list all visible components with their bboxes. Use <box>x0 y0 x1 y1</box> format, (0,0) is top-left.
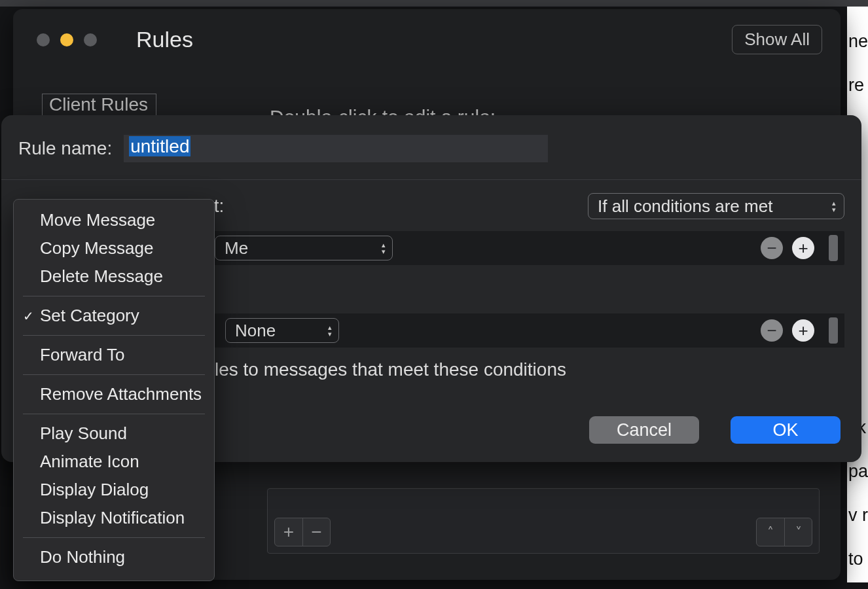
rules-window-title: Rules <box>136 27 193 52</box>
rules-list-panel: + − ˄ ˅ <box>267 488 820 554</box>
menu-separator <box>23 335 205 336</box>
remove-rule-button[interactable]: − <box>302 518 330 546</box>
action-menu-item[interactable]: Move Message <box>14 206 214 234</box>
app-toolbar-peek <box>0 0 868 7</box>
menu-separator <box>23 414 205 414</box>
stepper-arrows-icon: ▴▾ <box>832 200 836 212</box>
reorder-rule-stepper: ˄ ˅ <box>756 518 812 546</box>
plus-icon: + <box>283 522 294 543</box>
action-menu-item-label: Forward To <box>40 345 125 365</box>
action-menu-item[interactable]: ✓Set Category <box>14 302 214 330</box>
action-menu-item-label: Display Notification <box>40 508 185 528</box>
action-menu-item-label: Do Nothing <box>40 547 125 567</box>
condition-target-value: Me <box>225 238 248 259</box>
check-icon: ✓ <box>23 308 34 324</box>
ok-button[interactable]: OK <box>731 416 841 444</box>
plus-icon: + <box>798 321 808 341</box>
action-category-value: None <box>235 321 276 341</box>
rule-name-input[interactable]: untitled <box>124 135 548 162</box>
plus-icon: + <box>798 238 808 259</box>
minus-icon: − <box>767 238 776 259</box>
action-category-select[interactable]: None ▴▾ <box>225 318 339 343</box>
minus-icon: − <box>767 321 776 341</box>
add-remove-rule-stepper: + − <box>274 518 331 546</box>
condition-scroll-handle[interactable] <box>829 235 838 261</box>
action-menu-item[interactable]: Display Notification <box>14 504 214 532</box>
action-type-menu: Move MessageCopy MessageDelete Message✓S… <box>13 199 215 581</box>
menu-separator <box>23 374 205 375</box>
action-menu-item-label: Remove Attachments <box>40 384 202 404</box>
remove-condition-button[interactable]: − <box>761 237 783 259</box>
rule-name-label: Rule name: <box>18 138 112 159</box>
rules-window-titlebar: Rules Show All <box>13 9 841 61</box>
action-menu-item-label: Animate Icon <box>40 452 139 472</box>
condition-match-select[interactable]: If all conditions are met ▴▾ <box>588 193 844 219</box>
menu-separator <box>23 537 205 538</box>
stepper-arrows-icon: ▴▾ <box>328 325 332 336</box>
apply-other-rules-label: les to messages that meet these conditio… <box>215 359 844 380</box>
action-menu-item[interactable]: Forward To <box>14 341 214 369</box>
zoom-window-button[interactable] <box>84 33 97 46</box>
menu-separator <box>23 296 205 296</box>
condition-match-value: If all conditions are met <box>598 196 772 217</box>
rule-name-value: untitled <box>129 136 190 156</box>
action-menu-item[interactable]: Display Dialog <box>14 476 214 504</box>
close-window-button[interactable] <box>37 33 50 46</box>
add-condition-button[interactable]: + <box>792 237 814 259</box>
action-menu-item[interactable]: Delete Message <box>14 262 214 291</box>
sheet-divider <box>1 179 861 180</box>
chevron-up-icon: ˄ <box>767 524 774 540</box>
remove-action-button[interactable]: − <box>761 319 783 342</box>
condition-target-select[interactable]: Me ▴▾ <box>215 236 393 260</box>
action-menu-item-label: Delete Message <box>40 266 163 287</box>
add-action-button[interactable]: + <box>792 319 814 342</box>
action-menu-item[interactable]: Copy Message <box>14 234 214 262</box>
action-menu-item-label: Copy Message <box>40 238 153 259</box>
move-rule-down-button[interactable]: ˅ <box>784 518 812 546</box>
action-menu-item[interactable]: Remove Attachments <box>14 380 214 408</box>
action-menu-item-label: Set Category <box>40 306 139 326</box>
show-all-button[interactable]: Show All <box>732 25 822 54</box>
action-menu-item[interactable]: Do Nothing <box>14 543 214 571</box>
action-scroll-handle[interactable] <box>829 317 838 344</box>
stepper-arrows-icon: ▴▾ <box>382 242 386 254</box>
action-menu-item-label: Move Message <box>40 210 155 230</box>
client-rules-tab[interactable]: Client Rules <box>42 94 156 117</box>
chevron-down-icon: ˅ <box>795 524 802 540</box>
action-menu-item-label: Display Dialog <box>40 480 149 500</box>
window-traffic-lights <box>37 33 97 46</box>
cancel-button[interactable]: Cancel <box>589 416 699 444</box>
action-menu-item-label: Play Sound <box>40 423 127 444</box>
add-rule-button[interactable]: + <box>275 518 302 546</box>
minimize-window-button[interactable] <box>60 33 73 46</box>
action-menu-item[interactable]: Play Sound <box>14 419 214 448</box>
move-rule-up-button[interactable]: ˄ <box>757 518 784 546</box>
action-menu-item[interactable]: Animate Icon <box>14 448 214 476</box>
minus-icon: − <box>311 522 321 543</box>
